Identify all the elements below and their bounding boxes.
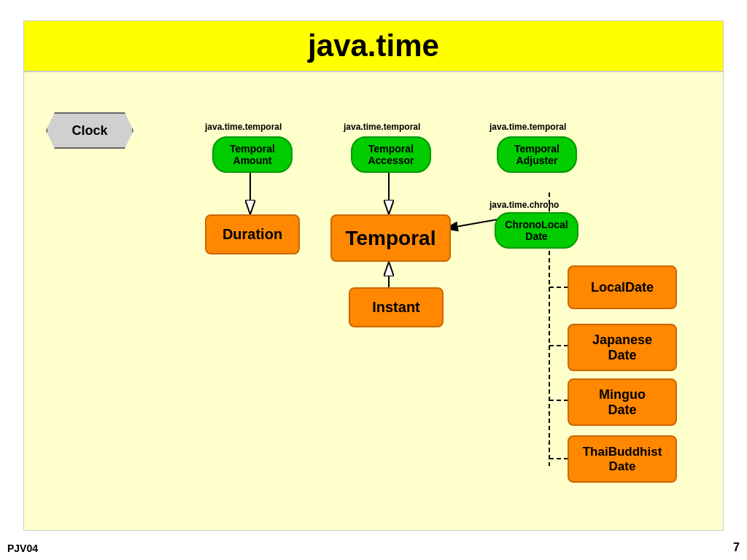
temporal-adjuster-box: TemporalAdjuster [497, 136, 577, 173]
chrono-local-date-box: ChronoLocalDate [495, 212, 578, 249]
pkg-label-temporal-adjuster: java.time.temporal [489, 122, 566, 132]
duration-box: Duration [205, 214, 300, 254]
local-date-box: LocalDate [568, 265, 677, 309]
thai-buddhist-date-box: ThaiBuddhistDate [568, 435, 677, 483]
temporal-accessor-box: TemporalAccessor [351, 136, 431, 173]
clock-box: Clock [46, 112, 133, 149]
instant-box: Instant [349, 287, 444, 327]
slide-content: Clock java.time.temporal TemporalAmount … [24, 72, 723, 530]
temporal-box: Temporal [330, 214, 451, 262]
pkg-label-temporal-amount: java.time.temporal [205, 122, 282, 132]
pkg-label-chrono: java.time.chrono [489, 200, 559, 210]
slide-title: java.time [24, 21, 723, 72]
minguo-date-box: MinguoDate [568, 378, 677, 426]
clock-label: Clock [71, 123, 107, 139]
pkg-label-temporal-accessor: java.time.temporal [344, 122, 420, 132]
footer-right: 7 [733, 541, 740, 554]
japanese-date-box: JapaneseDate [568, 324, 677, 371]
footer-left: PJV04 [7, 542, 38, 554]
temporal-amount-box: TemporalAmount [212, 136, 293, 173]
slide: java.time [23, 20, 724, 531]
